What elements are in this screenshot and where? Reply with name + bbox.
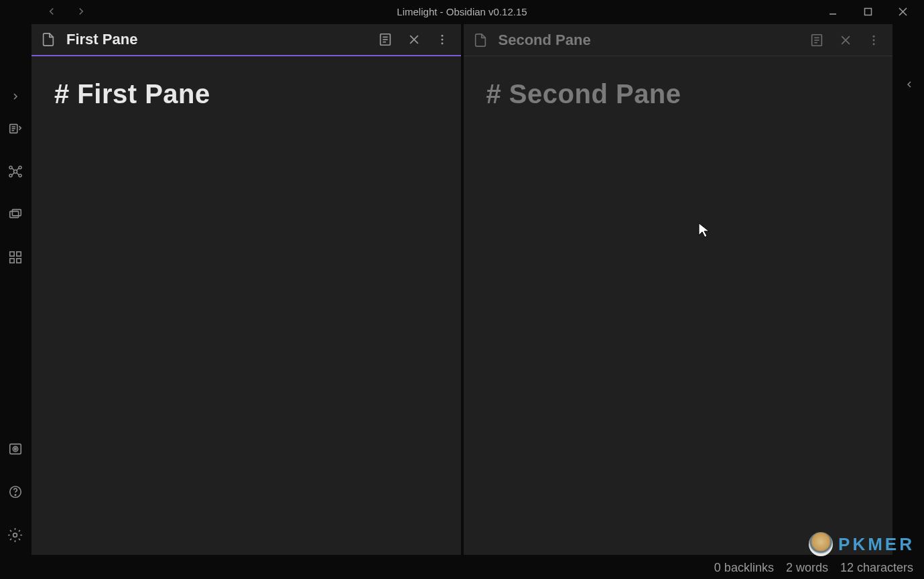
svg-point-45 <box>873 39 875 41</box>
pane-header: First Pane <box>31 24 461 56</box>
watermark-icon <box>809 532 833 556</box>
preview-mode-icon[interactable] <box>378 32 393 47</box>
statusbar: 0 backlinks 2 words 12 characters <box>0 556 924 579</box>
more-options-icon[interactable] <box>436 33 449 46</box>
svg-point-46 <box>873 43 875 45</box>
watermark-text: PKMER <box>838 534 915 555</box>
pane-first[interactable]: First Pane # First Pane <box>31 24 461 555</box>
svg-rect-1 <box>864 8 871 15</box>
svg-point-11 <box>9 174 12 177</box>
svg-rect-19 <box>9 252 13 256</box>
preview-mode-icon[interactable] <box>809 33 824 48</box>
editor-content[interactable]: # Second Pane <box>464 56 893 555</box>
file-icon <box>41 32 56 47</box>
vault-icon[interactable] <box>0 428 30 470</box>
status-characters: 12 characters <box>840 561 913 575</box>
svg-point-37 <box>441 42 443 44</box>
window-maximize-button[interactable] <box>861 5 874 18</box>
left-ribbon <box>0 23 30 556</box>
expand-sidebar-button[interactable] <box>0 86 30 107</box>
nav-back-button[interactable] <box>46 5 58 17</box>
pane-second[interactable]: Second Pane # Second Pane <box>464 24 893 555</box>
heading-text: # First Pane <box>54 79 438 109</box>
svg-line-15 <box>12 173 14 175</box>
heading-text: # Second Pane <box>486 79 870 109</box>
quick-switcher-icon[interactable] <box>0 107 30 150</box>
svg-point-25 <box>14 448 16 450</box>
pane-title: First Pane <box>66 31 378 48</box>
pane-actions <box>378 32 452 47</box>
svg-point-28 <box>13 533 17 537</box>
workspace: First Pane # First Pane Second Pan <box>30 23 894 556</box>
file-icon <box>473 33 488 48</box>
watermark: PKMER <box>809 532 915 556</box>
svg-point-12 <box>19 174 21 177</box>
svg-rect-23 <box>9 444 21 454</box>
status-words: 2 words <box>786 561 828 575</box>
close-pane-icon[interactable] <box>407 33 421 46</box>
svg-line-13 <box>12 168 14 170</box>
close-pane-icon[interactable] <box>839 34 852 47</box>
window-controls <box>826 5 924 18</box>
window-title: Limelight - Obsidian v0.12.15 <box>0 6 924 17</box>
window-minimize-button[interactable] <box>826 5 840 18</box>
canvas-icon[interactable] <box>0 193 30 236</box>
window-close-button[interactable] <box>896 5 909 18</box>
svg-line-16 <box>17 173 19 175</box>
pane-actions <box>809 33 883 48</box>
svg-rect-20 <box>16 252 20 256</box>
svg-point-27 <box>15 495 15 495</box>
svg-line-14 <box>17 168 19 170</box>
svg-point-35 <box>441 35 443 37</box>
svg-point-36 <box>441 39 443 41</box>
svg-point-10 <box>19 166 21 169</box>
command-palette-icon[interactable] <box>0 236 30 279</box>
svg-rect-21 <box>9 259 13 263</box>
svg-point-24 <box>13 446 17 451</box>
svg-point-44 <box>873 35 875 37</box>
nav-arrows <box>0 5 87 17</box>
editor-content[interactable]: # First Pane <box>31 56 461 555</box>
help-icon[interactable] <box>0 470 30 513</box>
pane-title: Second Pane <box>499 31 810 49</box>
svg-rect-18 <box>12 210 21 216</box>
svg-point-9 <box>9 166 12 169</box>
status-backlinks[interactable]: 0 backlinks <box>714 561 774 575</box>
svg-rect-17 <box>9 211 18 217</box>
settings-icon[interactable] <box>0 513 30 556</box>
right-ribbon <box>894 23 924 556</box>
expand-right-sidebar-button[interactable] <box>894 74 924 95</box>
nav-forward-button[interactable] <box>75 5 87 17</box>
graph-view-icon[interactable] <box>0 150 30 193</box>
titlebar: Limelight - Obsidian v0.12.15 <box>0 0 924 23</box>
svg-rect-22 <box>16 259 20 263</box>
svg-point-8 <box>13 170 17 174</box>
more-options-icon[interactable] <box>867 34 880 47</box>
pane-header: Second Pane <box>464 24 893 56</box>
